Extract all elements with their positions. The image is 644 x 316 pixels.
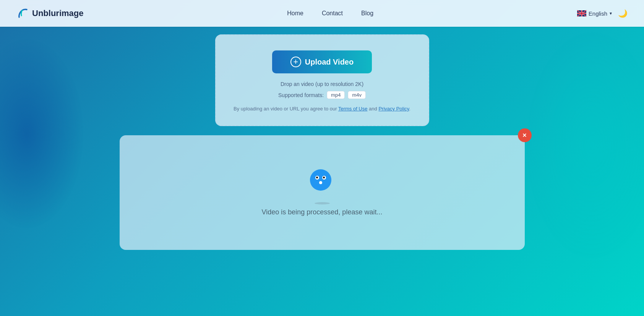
format-m4v: m4v <box>348 91 366 99</box>
upload-card: + Upload Video Drop an video (up to reso… <box>215 34 429 126</box>
mascot-eye-left <box>315 176 319 180</box>
chevron-down-icon: ▾ <box>610 11 612 16</box>
terms-text: By uploading an video or URL you agree t… <box>234 106 410 112</box>
mascot-body <box>310 169 331 191</box>
main-content: + Upload Video Drop an video (up to reso… <box>0 27 644 316</box>
terms-link[interactable]: Terms of Use <box>338 106 368 112</box>
close-button[interactable]: × <box>518 128 532 142</box>
navbar: Unblurimage Home Contact Blog English ▾ … <box>0 0 644 27</box>
mascot-pupil-right <box>323 177 325 178</box>
nav-home[interactable]: Home <box>287 10 303 17</box>
language-label: English <box>589 10 607 17</box>
language-selector[interactable]: English ▾ <box>577 10 612 17</box>
upload-button-label: Upload Video <box>305 58 354 66</box>
nav-links: Home Contact Blog <box>287 10 373 17</box>
processing-text: Video is being processed, please wait... <box>262 208 383 216</box>
logo[interactable]: Unblurimage <box>15 6 83 20</box>
flag-icon <box>577 10 586 17</box>
nav-contact[interactable]: Contact <box>322 10 343 17</box>
logo-icon <box>15 6 29 20</box>
dark-mode-toggle[interactable]: 🌙 <box>616 7 629 19</box>
mascot-mouth <box>319 181 322 184</box>
moon-icon: 🌙 <box>618 9 628 18</box>
upload-video-button[interactable]: + Upload Video <box>272 50 372 73</box>
format-mp4: mp4 <box>327 91 345 99</box>
mascot-shadow <box>315 202 330 204</box>
mascot-pupil-left <box>316 177 318 178</box>
privacy-link[interactable]: Privacy Policy <box>378 106 409 112</box>
formats-row: Supported formats: mp4 m4v <box>278 91 366 99</box>
plus-icon: + <box>290 57 301 67</box>
processing-card: × Video is being processed, please wait.… <box>120 135 525 250</box>
formats-label: Supported formats: <box>278 92 324 98</box>
logo-text: Unblurimage <box>32 8 83 18</box>
processing-mascot <box>310 169 334 194</box>
nav-blog[interactable]: Blog <box>361 10 373 17</box>
nav-right: English ▾ 🌙 <box>577 7 629 19</box>
mascot-eyes <box>315 176 326 180</box>
mascot-eye-right <box>322 176 326 180</box>
drop-text: Drop an video (up to resolution 2K) <box>281 81 363 87</box>
